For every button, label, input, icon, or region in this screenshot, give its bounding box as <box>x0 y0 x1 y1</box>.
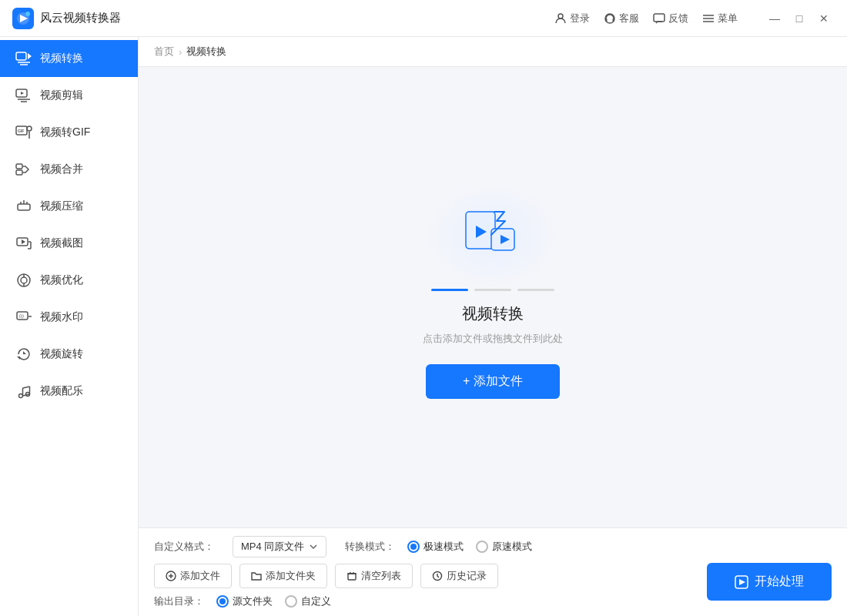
svg-point-4 <box>605 14 614 23</box>
sidebar-label-video-rotate: 视频旋转 <box>40 347 83 361</box>
content-wrapper: 首页 › 视频转换 <box>139 37 847 616</box>
menu-button[interactable]: 菜单 <box>702 12 738 25</box>
sidebar-label-video-music: 视频配乐 <box>40 384 83 398</box>
drop-line-2 <box>474 289 511 291</box>
add-folder-button[interactable]: 添加文件夹 <box>239 564 327 588</box>
drop-line-1 <box>431 289 468 291</box>
history-icon <box>432 571 443 581</box>
clear-icon <box>346 571 357 581</box>
titlebar-actions: 登录 客服 反馈 菜单 — □ ✕ <box>554 8 835 29</box>
sidebar-item-video-gif[interactable]: GIF 视频转GIF <box>0 114 138 151</box>
sidebar-item-video-music[interactable]: 视频配乐 <box>0 373 138 410</box>
breadcrumb-current: 视频转换 <box>186 45 226 59</box>
clear-list-btn-label: 清空列表 <box>361 569 401 583</box>
add-file-main-button[interactable]: + 添加文件 <box>426 364 560 399</box>
video-screenshot-icon <box>15 235 32 252</box>
start-btn-area: 开始处理 <box>707 563 832 601</box>
titlebar: 风云视频转换器 登录 客服 反馈 菜单 — □ ✕ <box>0 0 847 37</box>
drop-lines <box>431 289 554 291</box>
output-source-label: 源文件夹 <box>233 594 273 608</box>
drop-subtitle: 点击添加文件或拖拽文件到此处 <box>423 332 563 346</box>
sidebar-item-video-watermark[interactable]: 印 视频水印 <box>0 299 138 336</box>
app-logo <box>12 8 34 29</box>
video-compress-icon <box>15 198 32 215</box>
drop-zone[interactable]: 视频转换 点击添加文件或拖拽文件到此处 + 添加文件 <box>139 67 847 527</box>
add-file-btn-label: 添加文件 <box>180 569 220 583</box>
service-button[interactable]: 客服 <box>604 12 639 25</box>
breadcrumb-separator: › <box>179 46 182 58</box>
video-optimize-icon <box>15 272 32 289</box>
svg-rect-54 <box>348 574 356 580</box>
sidebar-item-video-optimize[interactable]: 视频优化 <box>0 262 138 299</box>
window-controls: — □ ✕ <box>764 8 835 29</box>
clear-list-button[interactable]: 清空列表 <box>335 564 413 588</box>
drop-icon-area <box>424 181 562 289</box>
sidebar-label-video-merge: 视频合并 <box>40 162 83 176</box>
sidebar-label-video-screenshot: 视频截图 <box>40 236 83 250</box>
normal-mode-radio[interactable] <box>476 541 488 553</box>
breadcrumb-home[interactable]: 首页 <box>154 45 174 59</box>
login-button[interactable]: 登录 <box>554 12 590 25</box>
svg-line-46 <box>23 387 30 388</box>
headset-icon <box>604 12 616 25</box>
sidebar-item-video-merge[interactable]: 视频合并 <box>0 151 138 188</box>
speed-mode-option[interactable]: 极速模式 <box>407 540 464 554</box>
sidebar-item-video-compress[interactable]: 视频压缩 <box>0 188 138 225</box>
bottom-row-format: 自定义格式： MP4 同原文件 转换模式： 极速模式 <box>154 536 832 557</box>
video-rotate-icon <box>15 346 32 363</box>
svg-text:GIF: GIF <box>18 129 24 133</box>
main-layout: 视频转换 视频剪辑 GIF 视频转GIF 视频合并 视频压缩 <box>0 37 847 616</box>
convert-mode-label: 转换模式： <box>345 540 395 554</box>
output-source-option[interactable]: 源文件夹 <box>216 594 273 608</box>
sidebar-item-video-rotate[interactable]: 视频旋转 <box>0 336 138 373</box>
video-merge-icon <box>15 161 32 178</box>
output-custom-radio[interactable] <box>285 595 297 608</box>
add-file-button[interactable]: 添加文件 <box>154 564 232 588</box>
svg-rect-5 <box>605 18 608 22</box>
chevron-down-icon <box>309 542 318 551</box>
normal-mode-option[interactable]: 原速模式 <box>476 540 532 554</box>
svg-rect-22 <box>16 170 22 175</box>
user-icon <box>554 12 567 25</box>
svg-rect-6 <box>613 18 615 22</box>
maximize-button[interactable]: □ <box>788 8 810 29</box>
drop-line-3 <box>517 289 554 291</box>
video-gif-icon: GIF <box>15 124 32 141</box>
sidebar-label-video-compress: 视频压缩 <box>40 199 83 213</box>
speed-mode-label: 极速模式 <box>424 540 464 554</box>
svg-marker-40 <box>23 351 26 354</box>
normal-mode-label: 原速模式 <box>492 540 532 554</box>
video-convert-icon <box>15 50 32 67</box>
svg-point-3 <box>558 14 563 18</box>
sidebar-item-video-convert[interactable]: 视频转换 <box>0 40 138 77</box>
convert-mode-options: 极速模式 原速模式 <box>407 540 532 554</box>
svg-point-33 <box>21 277 27 283</box>
add-file-icon <box>166 571 176 581</box>
format-select[interactable]: MP4 同原文件 <box>233 536 326 557</box>
output-dir-label: 输出目录： <box>154 594 204 608</box>
history-button[interactable]: 历史记录 <box>420 564 498 588</box>
sidebar-item-video-edit[interactable]: 视频剪辑 <box>0 77 138 114</box>
video-music-icon <box>15 383 32 400</box>
svg-rect-11 <box>16 52 26 60</box>
drop-title: 视频转换 <box>462 303 524 324</box>
svg-marker-12 <box>28 53 32 59</box>
output-source-radio[interactable] <box>216 595 229 608</box>
content-area: 首页 › 视频转换 <box>139 37 847 616</box>
close-button[interactable]: ✕ <box>813 8 835 29</box>
svg-point-2 <box>25 12 30 16</box>
svg-rect-7 <box>654 14 665 22</box>
svg-marker-28 <box>22 239 25 244</box>
start-processing-button[interactable]: 开始处理 <box>707 563 832 601</box>
output-custom-option[interactable]: 自定义 <box>285 594 331 608</box>
feedback-button[interactable]: 反馈 <box>653 12 688 25</box>
output-dir-options: 源文件夹 自定义 <box>216 594 331 608</box>
sidebar-label-video-optimize: 视频优化 <box>40 273 83 287</box>
sidebar-item-video-screenshot[interactable]: 视频截图 <box>0 225 138 262</box>
speed-mode-radio[interactable] <box>407 541 420 553</box>
sidebar: 视频转换 视频剪辑 GIF 视频转GIF 视频合并 视频压缩 <box>0 37 139 616</box>
video-edit-icon <box>15 87 32 104</box>
sidebar-label-video-gif: 视频转GIF <box>40 126 90 139</box>
svg-rect-23 <box>18 204 30 210</box>
minimize-button[interactable]: — <box>764 8 785 29</box>
